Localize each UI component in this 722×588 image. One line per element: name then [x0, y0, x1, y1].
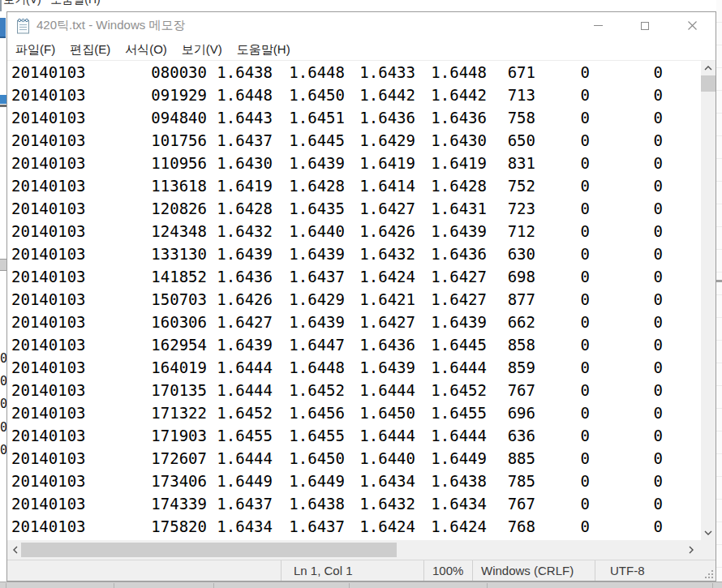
col-date: 20140103: [11, 61, 85, 84]
text-line: 20140103 133130 1.6439 1.6439 1.6432 1.6…: [7, 242, 701, 265]
col-low: 1.6426: [345, 220, 415, 242]
scroll-up-button[interactable]: [701, 62, 716, 75]
col-volume: 636: [487, 424, 535, 447]
statusbar-separator: [472, 560, 473, 581]
col-time: 171322: [85, 401, 207, 424]
col-zero2: 0: [590, 288, 663, 311]
col-zero2: 0: [590, 333, 663, 356]
col-open: 1.6430: [207, 152, 273, 174]
col-time: 094840: [85, 106, 207, 129]
text-line: 20140103 101756 1.6437 1.6445 1.6429 1.6…: [7, 129, 701, 152]
col-volume: 650: [487, 129, 535, 152]
maximize-button[interactable]: [621, 12, 668, 39]
col-volume: 859: [487, 356, 535, 379]
vertical-scrollbar[interactable]: [701, 61, 716, 540]
col-zero2: 0: [590, 220, 663, 242]
col-zero2: 0: [590, 197, 663, 220]
col-date: 20140103: [11, 174, 85, 197]
col-close: 1.6428: [415, 174, 487, 197]
col-close: 1.6455: [415, 401, 487, 424]
col-close: 1.6427: [415, 265, 487, 288]
col-high: 1.6445: [273, 129, 345, 152]
col-date: 20140103: [11, 311, 85, 333]
col-open: 1.6452: [207, 401, 273, 424]
col-time: 091929: [85, 84, 207, 106]
col-close: 1.6448: [415, 61, 487, 84]
window-title: 420틱.txt - Windows 메모장: [37, 18, 185, 33]
col-open: 1.6428: [207, 197, 273, 220]
text-line: 20140103 171322 1.6452 1.6456 1.6450 1.6…: [7, 401, 701, 424]
desktop: { "window": { "title": "420틱.txt - Windo…: [0, 0, 722, 588]
chevron-up-icon: [704, 66, 712, 71]
scroll-left-button[interactable]: [9, 540, 22, 560]
minimize-icon: [594, 25, 603, 26]
col-zero2: 0: [590, 152, 663, 174]
col-open: 1.6448: [207, 84, 273, 106]
close-button[interactable]: [668, 12, 716, 39]
background-blue-bar: [0, 95, 6, 104]
background-window-top-strip: 보기(V) 도움말(H): [0, 0, 722, 11]
col-zero2: 0: [590, 84, 663, 106]
col-volume: 767: [487, 379, 535, 401]
col-high: 1.6440: [273, 220, 345, 242]
col-time: 124348: [85, 220, 207, 242]
titlebar[interactable]: 420틱.txt - Windows 메모장: [7, 12, 716, 39]
col-high: 1.6452: [273, 379, 345, 401]
col-zero1: 0: [535, 492, 590, 515]
scroll-right-button[interactable]: [685, 540, 698, 560]
col-low: 1.6419: [345, 152, 415, 174]
col-zero2: 0: [590, 106, 663, 129]
horizontal-scrollbar[interactable]: [7, 540, 701, 560]
col-low: 1.6442: [345, 84, 415, 106]
background-window-bottom-strip: [0, 582, 722, 588]
col-volume: 877: [487, 288, 535, 311]
clipped-digit: 0: [0, 393, 6, 415]
resize-grip-icon[interactable]: [703, 569, 714, 579]
col-open: 1.6438: [207, 61, 273, 84]
text-line: 20140103 124348 1.6432 1.6440 1.6426 1.6…: [7, 220, 701, 242]
col-low: 1.6450: [345, 401, 415, 424]
text-line: 20140103 164019 1.6444 1.6448 1.6439 1.6…: [7, 356, 701, 379]
col-low: 1.6424: [345, 515, 415, 538]
horizontal-scrollbar-thumb[interactable]: [21, 543, 397, 557]
menu-view[interactable]: 보기(V): [174, 39, 230, 61]
statusbar-separator: [281, 560, 281, 581]
col-low: 1.6414: [345, 174, 415, 197]
col-time: 101756: [85, 129, 207, 152]
col-zero2: 0: [590, 379, 663, 401]
text-line: 20140103 150703 1.6426 1.6429 1.6421 1.6…: [7, 288, 701, 311]
scroll-down-button[interactable]: [701, 526, 716, 539]
col-low: 1.6427: [345, 197, 415, 220]
text-line: 20140103 175820 1.6434 1.6437 1.6424 1.6…: [7, 515, 701, 538]
col-high: 1.6456: [273, 401, 345, 424]
col-high: 1.6438: [273, 492, 345, 515]
col-open: 1.6432: [207, 220, 273, 242]
col-zero1: 0: [535, 401, 590, 424]
col-close: 1.6439: [415, 311, 487, 333]
background-statusbar-separator: [487, 583, 488, 588]
col-zero1: 0: [535, 311, 590, 333]
col-volume: 785: [487, 470, 535, 492]
col-open: 1.6426: [207, 288, 273, 311]
col-date: 20140103: [11, 265, 85, 288]
scrollbar-corner: [701, 540, 716, 560]
col-time: 110956: [85, 152, 207, 174]
col-low: 1.6429: [345, 129, 415, 152]
vertical-scrollbar-thumb[interactable]: [701, 75, 716, 92]
col-zero1: 0: [535, 515, 590, 538]
col-date: 20140103: [11, 379, 85, 401]
clipped-digit: 0: [0, 347, 6, 370]
col-low: 1.6444: [345, 379, 415, 401]
close-icon: [687, 20, 698, 31]
menu-file[interactable]: 파일(F): [8, 39, 62, 61]
text-line: 20140103 160306 1.6427 1.6439 1.6427 1.6…: [7, 311, 701, 333]
col-zero1: 0: [535, 356, 590, 379]
col-date: 20140103: [11, 288, 85, 311]
minimize-button[interactable]: [574, 12, 621, 39]
menu-help[interactable]: 도움말(H): [230, 39, 298, 61]
menu-edit[interactable]: 편집(E): [62, 39, 118, 61]
text-line: 20140103 080030 1.6438 1.6448 1.6433 1.6…: [7, 61, 701, 84]
menu-format[interactable]: 서식(O): [118, 39, 174, 61]
text-area[interactable]: 20140103 080030 1.6438 1.6448 1.6433 1.6…: [7, 61, 701, 540]
col-low: 1.6440: [345, 447, 415, 470]
